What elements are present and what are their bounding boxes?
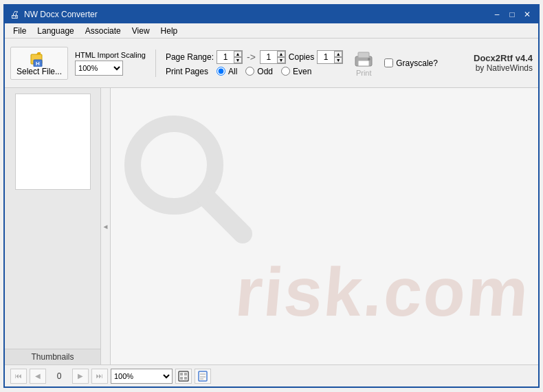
copies-label: Copies xyxy=(289,52,314,62)
html-scaling-section: HTML Import Scaling 50%75%100%125%150%20… xyxy=(75,51,146,76)
print-section: Print xyxy=(350,47,377,80)
file-icon: H xyxy=(30,50,49,67)
zoom-select[interactable]: 50%75%100%125%150%200% xyxy=(111,369,173,384)
svg-point-7 xyxy=(368,58,370,61)
resize-handle[interactable]: ◄ xyxy=(101,88,111,364)
single-page-icon xyxy=(197,371,208,382)
svg-rect-16 xyxy=(200,373,206,375)
grayscale-checkbox[interactable] xyxy=(384,58,393,67)
print-pages-row: Print Pages All Odd Even xyxy=(166,67,343,76)
select-file-label: Select File... xyxy=(16,67,62,76)
close-button[interactable]: ✕ xyxy=(520,8,534,21)
view-fit-button[interactable] xyxy=(175,369,192,384)
print-button[interactable]: Print xyxy=(350,47,377,80)
page-to-spinner[interactable]: ▲ ▼ xyxy=(260,50,286,64)
status-bar: ⏮ ◀ 0 ▶ ⏭ 50%75%100%125%150%200% xyxy=(5,364,538,386)
thumbnail-label: Thumbnails xyxy=(5,349,100,364)
page-range-section: Page Range: ▲ ▼ -> ▲ ▼ xyxy=(166,50,343,76)
svg-rect-18 xyxy=(200,378,203,380)
page-from-down[interactable]: ▼ xyxy=(234,57,242,63)
menu-language[interactable]: Language xyxy=(32,25,79,37)
svg-rect-5 xyxy=(358,52,369,58)
page-range-label: Page Range: xyxy=(166,52,214,62)
svg-marker-1 xyxy=(36,52,41,54)
radio-all-group[interactable]: All xyxy=(217,67,237,76)
page-from-spinner-btns: ▲ ▼ xyxy=(234,51,242,63)
main-window: 🖨 NW Docx Converter – □ ✕ File Language … xyxy=(3,4,540,388)
page-from-up[interactable]: ▲ xyxy=(234,51,242,57)
menu-help[interactable]: Help xyxy=(155,25,184,37)
watermark: risk.com xyxy=(111,88,538,364)
view-single-button[interactable] xyxy=(195,369,211,384)
radio-odd[interactable] xyxy=(245,67,254,76)
content-area: risk.com xyxy=(111,88,538,364)
thumbnail-placeholder xyxy=(15,94,91,190)
radio-all-label: All xyxy=(228,67,237,76)
page-from-spinner[interactable]: ▲ ▼ xyxy=(217,50,243,64)
radio-even[interactable] xyxy=(281,67,290,76)
svg-rect-17 xyxy=(200,376,206,378)
title-bar: 🖨 NW Docx Converter – □ ✕ xyxy=(5,6,538,23)
resize-icon: ◄ xyxy=(102,223,109,230)
copies-down[interactable]: ▼ xyxy=(334,57,342,63)
page-from-input[interactable] xyxy=(217,51,234,63)
html-scaling-label: HTML Import Scaling xyxy=(75,51,146,59)
nav-next-button[interactable]: ▶ xyxy=(72,369,89,384)
page-to-input[interactable] xyxy=(261,51,277,63)
toolbar-divider-1 xyxy=(155,50,156,77)
menu-bar: File Language Associate View Help xyxy=(5,23,538,39)
main-area: Thumbnails ◄ risk.com xyxy=(5,88,538,364)
svg-rect-12 xyxy=(184,373,187,375)
copies-input[interactable] xyxy=(318,51,334,63)
menu-file[interactable]: File xyxy=(8,25,32,37)
select-file-button[interactable]: H Select File... xyxy=(10,47,68,80)
page-number: 0 xyxy=(49,371,69,381)
magnifier-watermark xyxy=(119,110,256,248)
svg-rect-6 xyxy=(358,61,369,66)
app-name: Docx2Rtf v4.4 xyxy=(474,53,533,63)
maximize-button[interactable]: □ xyxy=(505,8,519,21)
copies-up[interactable]: ▲ xyxy=(334,51,342,57)
page-to-up[interactable]: ▲ xyxy=(277,51,285,57)
radio-even-label: Even xyxy=(293,67,311,76)
print-pages-label: Print Pages xyxy=(166,67,208,76)
app-sub: by NativeWinds xyxy=(474,63,533,73)
minimize-button[interactable]: – xyxy=(490,8,504,21)
toolbar: H Select File... HTML Import Scaling 50%… xyxy=(5,39,538,88)
thumbnail-area xyxy=(5,88,100,349)
radio-odd-group[interactable]: Odd xyxy=(245,67,273,76)
page-to-spinner-btns: ▲ ▼ xyxy=(277,51,285,63)
title-bar-controls: – □ ✕ xyxy=(490,8,534,21)
radio-even-group[interactable]: Even xyxy=(281,67,311,76)
app-info: Docx2Rtf v4.4 by NativeWinds xyxy=(474,53,533,73)
radio-odd-label: Odd xyxy=(257,67,273,76)
svg-point-8 xyxy=(133,124,215,206)
svg-rect-14 xyxy=(184,377,187,380)
nav-first-button[interactable]: ⏮ xyxy=(10,369,27,384)
svg-line-9 xyxy=(204,195,243,234)
nav-last-button[interactable]: ⏭ xyxy=(91,369,108,384)
print-label: Print xyxy=(356,69,372,77)
scaling-select[interactable]: 50%75%100%125%150%200% xyxy=(75,61,123,76)
copies-spinner[interactable]: ▲ ▼ xyxy=(317,50,343,64)
app-icon: 🖨 xyxy=(9,9,20,20)
svg-text:H: H xyxy=(36,61,40,67)
arrow-separator: -> xyxy=(247,52,256,63)
page-to-down[interactable]: ▼ xyxy=(277,57,285,63)
thumbnail-panel: Thumbnails xyxy=(5,88,101,364)
grayscale-label: Grayscale? xyxy=(396,58,438,68)
nav-prev-button[interactable]: ◀ xyxy=(30,369,46,384)
menu-view[interactable]: View xyxy=(126,25,155,37)
fit-page-icon xyxy=(178,371,189,382)
svg-rect-11 xyxy=(180,373,183,375)
watermark-text: risk.com xyxy=(232,252,533,331)
menu-associate[interactable]: Associate xyxy=(80,25,126,37)
window-title: NW Docx Converter xyxy=(24,10,98,19)
radio-all[interactable] xyxy=(217,67,225,76)
printer-icon xyxy=(353,50,375,69)
svg-rect-13 xyxy=(180,377,183,380)
grayscale-section[interactable]: Grayscale? xyxy=(384,58,438,68)
page-range-row: Page Range: ▲ ▼ -> ▲ ▼ xyxy=(166,50,343,64)
copies-spinner-btns: ▲ ▼ xyxy=(334,51,342,63)
title-bar-left: 🖨 NW Docx Converter xyxy=(9,9,98,20)
